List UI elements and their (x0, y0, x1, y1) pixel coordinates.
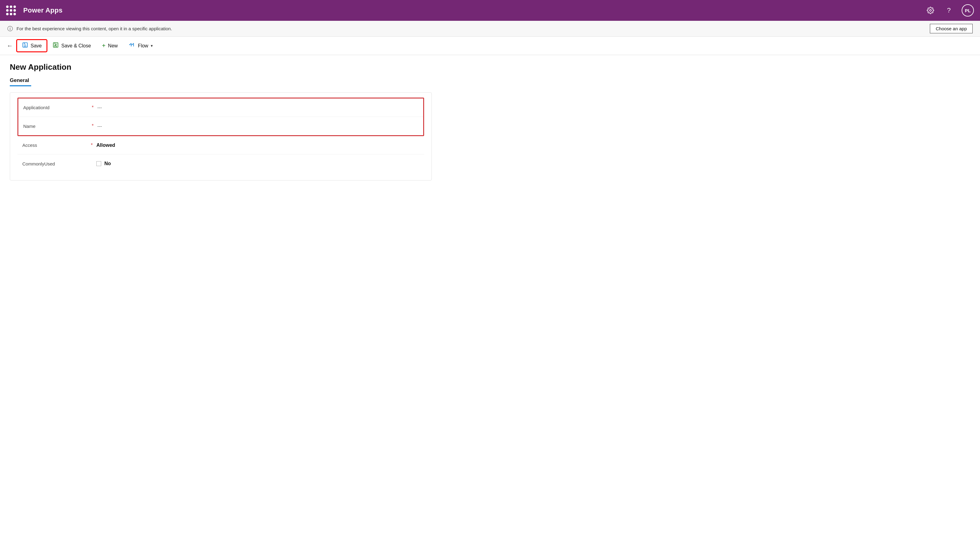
svg-point-0 (929, 10, 931, 11)
flow-button[interactable]: Flow ▾ (124, 40, 158, 51)
top-bar-right-controls: ? PL (925, 4, 974, 16)
access-required-marker: * (91, 143, 93, 148)
save-button[interactable]: Save (17, 40, 46, 51)
access-value[interactable]: Allowed (96, 143, 115, 148)
page-title: New Application (10, 62, 970, 72)
svg-rect-1 (23, 43, 27, 48)
back-arrow-icon: ← (7, 42, 13, 49)
applicationid-label: ApplicationId (23, 105, 91, 110)
new-icon: + (102, 42, 105, 49)
info-icon: ⓘ (7, 25, 13, 32)
notification-message: For the best experience viewing this con… (16, 26, 926, 31)
field-commonly-used: CommonlyUsed * No (18, 154, 424, 173)
save-close-label: Save & Close (61, 43, 91, 49)
top-navigation-bar: Power Apps ? PL (0, 0, 980, 21)
highlighted-fields-box: ApplicationId * --- Name * --- (18, 97, 424, 136)
name-value[interactable]: --- (97, 124, 102, 129)
commonly-used-value: No (104, 161, 111, 166)
app-title: Power Apps (23, 6, 62, 14)
back-button[interactable]: ← (4, 40, 16, 51)
field-access: Access * Allowed (18, 136, 424, 154)
choose-app-button[interactable]: Choose an app (930, 24, 973, 33)
applicationid-required-marker: * (92, 105, 94, 110)
field-name: Name * --- (18, 117, 423, 135)
access-label: Access (22, 143, 89, 148)
save-icon (22, 42, 28, 49)
toolbar: ← Save Save & Close + New (0, 37, 980, 55)
notification-bar: ⓘ For the best experience viewing this c… (0, 21, 980, 37)
applicationid-value[interactable]: --- (97, 105, 102, 110)
name-required-marker: * (92, 123, 94, 129)
section-general-title: General (10, 77, 970, 83)
help-icon[interactable]: ? (943, 5, 954, 16)
main-content-area: New Application General ApplicationId * … (0, 55, 980, 188)
flow-icon (129, 42, 135, 49)
save-close-icon (52, 42, 59, 49)
field-applicationid: ApplicationId * --- (18, 99, 423, 117)
commonly-used-checkbox[interactable] (96, 161, 101, 166)
flow-chevron-icon: ▾ (151, 43, 153, 48)
save-close-button[interactable]: Save & Close (48, 40, 96, 51)
new-label: New (108, 43, 118, 49)
section-underline (10, 85, 31, 86)
new-button[interactable]: + New (97, 40, 123, 51)
flow-label: Flow (138, 43, 148, 49)
waffle-icon[interactable] (6, 5, 16, 15)
save-label: Save (30, 43, 41, 49)
name-label: Name (23, 124, 91, 129)
settings-icon[interactable] (925, 5, 936, 16)
form-card: ApplicationId * --- Name * --- Access * … (10, 92, 432, 180)
commonly-used-label: CommonlyUsed (22, 161, 89, 166)
user-avatar[interactable]: PL (962, 4, 974, 16)
